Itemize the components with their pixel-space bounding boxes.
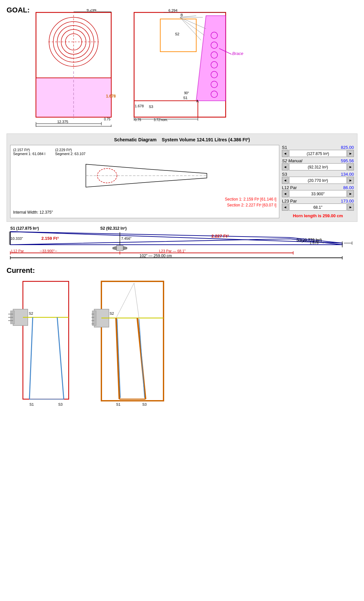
- s2-right-arrow[interactable]: ►: [347, 163, 354, 170]
- current-drawing-left: S2 S1 S3: [7, 278, 82, 409]
- l23-right-arrow[interactable]: ►: [347, 203, 354, 211]
- s2-label: S2 Manual: [282, 158, 302, 163]
- current-drawing-right: S2 S1 S3: [92, 278, 173, 409]
- s1-control-row: S1 825.00 ◄ (127.875 In²) ►: [282, 145, 354, 157]
- s3-input-row: ◄ (20.770 In²) ►: [282, 177, 354, 184]
- svg-marker-69: [123, 246, 127, 250]
- svg-text:7.456": 7.456": [121, 237, 132, 240]
- l23-label-row: L23 Par 173.00: [282, 199, 354, 203]
- s1-left-arrow[interactable]: ◄: [282, 150, 288, 157]
- left-drawing-svg: 6.294 12.375 1.678 13.875 0.75: [26, 9, 124, 127]
- s2-label-row: S2 Manual 595.56: [282, 158, 354, 163]
- svg-rect-43: [134, 101, 198, 117]
- svg-line-116: [139, 319, 145, 398]
- horn-length-text: Horn length is 259.00 cm: [282, 213, 354, 218]
- s1-area-value[interactable]: (127.875 In²): [289, 150, 347, 157]
- l23-label: L23 Par: [282, 199, 297, 203]
- s2-value: 595.56: [341, 158, 354, 163]
- section1-text: Section 1: 2.159 Ft³ [61.146 l]: [13, 196, 276, 202]
- l12-input-row: ◄ 33.900" ►: [282, 190, 354, 197]
- l12-left-arrow[interactable]: ◄: [282, 190, 288, 197]
- horn-profile-svg: S1 (127.875 In²) S2 (92.312 In²) S3(20.7…: [7, 225, 357, 261]
- svg-text:0.75: 0.75: [135, 118, 141, 122]
- current-right-svg: S2 S1 S3: [92, 278, 173, 409]
- svg-text:0.75: 0.75: [104, 117, 111, 121]
- schematic-section: Schematic Diagram System Volume 124.191 …: [7, 133, 357, 222]
- current-drawings: S2 S1 S3: [7, 278, 357, 409]
- svg-text:S3: S3: [149, 105, 153, 109]
- svg-text:L23 Par — 68.1": L23 Par — 68.1": [159, 249, 186, 253]
- goal-section: GOAL:: [0, 0, 364, 130]
- svg-marker-26: [196, 16, 226, 101]
- svg-text:S2: S2: [110, 311, 114, 315]
- l12-value: 86.00: [343, 185, 354, 190]
- s1-input-row: ◄ (127.875 In²) ►: [282, 150, 354, 157]
- right-drawing-svg: B Brace S2: [131, 9, 268, 127]
- svg-text:S1: S1: [116, 402, 120, 406]
- svg-text:90°: 90°: [184, 91, 189, 95]
- schematic-controls: S1 825.00 ◄ (127.875 In²) ► S2 Manual 59…: [282, 145, 354, 218]
- svg-rect-105: [92, 311, 96, 326]
- l12-control-row: L12 Par 86.00 ◄ 33.900" ►: [282, 185, 354, 197]
- svg-text:Brace: Brace: [232, 51, 243, 56]
- s3-control-row: S3 134.00 ◄ (20.770 In²) ►: [282, 172, 354, 184]
- l23-length-value[interactable]: 68.1": [289, 203, 347, 211]
- current-left-svg: S2 S1 S3: [7, 278, 82, 409]
- l23-input-row: ◄ 68.1" ►: [282, 203, 354, 211]
- schematic-diagram: (2.157 Ft³) Segment 1: 61.084 l (2.229 F…: [10, 145, 279, 218]
- current-label: Current:: [7, 266, 357, 275]
- svg-text:S2: S2: [29, 311, 33, 315]
- goal-drawings: 6.294 12.375 1.678 13.875 0.75: [26, 9, 357, 127]
- s2-area-value[interactable]: (92.312 In²): [289, 163, 347, 170]
- svg-text:S2 (92.312 In²): S2 (92.312 In²): [100, 226, 127, 231]
- svg-text:3.72'nom.: 3.72'nom.: [154, 118, 168, 122]
- svg-rect-103: [101, 281, 164, 401]
- s3-label: S3: [282, 172, 287, 177]
- l12-length-value[interactable]: 33.900": [289, 190, 347, 197]
- s3-left-arrow[interactable]: ◄: [282, 177, 288, 184]
- svg-rect-67: [117, 245, 123, 251]
- svg-text:1.678: 1.678: [135, 104, 144, 108]
- l23-value: 173.00: [341, 199, 354, 203]
- s1-label: S1: [282, 145, 287, 150]
- svg-text:102" — 259.00 cm: 102" — 259.00 cm: [140, 254, 172, 258]
- svg-text:10.333": 10.333": [11, 237, 23, 240]
- svg-text:S3: S3: [58, 402, 62, 406]
- svg-line-120: [134, 283, 139, 318]
- svg-line-113: [137, 318, 146, 399]
- svg-text:12.375: 12.375: [57, 120, 68, 124]
- svg-line-98: [29, 317, 33, 399]
- svg-text:S2: S2: [175, 32, 179, 36]
- s1-value: 825.00: [341, 145, 354, 150]
- svg-text:L12 Par: L12 Par: [11, 249, 24, 253]
- l23-control-row: L23 Par 173.00 ◄ 68.1" ►: [282, 199, 354, 211]
- l12-label: L12 Par: [282, 185, 297, 190]
- svg-text:2.159 Ft³: 2.159 Ft³: [42, 236, 59, 241]
- s3-right-arrow[interactable]: ►: [347, 177, 354, 184]
- svg-line-119: [116, 283, 134, 318]
- l12-label-row: L12 Par 86.00: [282, 185, 354, 190]
- svg-text:1.678" →: 1.678" →: [310, 241, 325, 245]
- l12-right-arrow[interactable]: ►: [347, 190, 354, 197]
- seg1-label: Segment 1: 61.084 l: [13, 152, 45, 156]
- s3-area-value[interactable]: (20.770 In²): [289, 177, 347, 184]
- s1-right-arrow[interactable]: ►: [347, 150, 354, 157]
- svg-text:A: A: [196, 99, 199, 103]
- svg-text:S1: S1: [183, 96, 187, 100]
- internal-width: Internal Width: 12.375": [13, 210, 276, 215]
- horn-cross-section: [13, 158, 276, 194]
- svg-text:1.678: 1.678: [106, 94, 116, 98]
- horn-profile-section: S1 (127.875 In²) S2 (92.312 In²) S3(20.7…: [7, 225, 357, 261]
- drawing-left: 6.294 12.375 1.678 13.875 0.75: [26, 9, 124, 127]
- s2-left-arrow[interactable]: ◄: [282, 163, 288, 170]
- s1-label-row: S1 825.00: [282, 145, 354, 150]
- svg-text:─33.900"─: ─33.900"─: [40, 249, 57, 253]
- s2-input-row: ◄ (92.312 In²) ►: [282, 163, 354, 170]
- svg-text:S1: S1: [29, 402, 34, 406]
- svg-marker-68: [113, 246, 117, 250]
- current-section: Current: S2: [0, 263, 364, 412]
- svg-text:6.294: 6.294: [168, 9, 178, 12]
- svg-line-99: [57, 317, 64, 399]
- l23-left-arrow[interactable]: ◄: [282, 203, 288, 211]
- svg-text:S3: S3: [142, 402, 147, 406]
